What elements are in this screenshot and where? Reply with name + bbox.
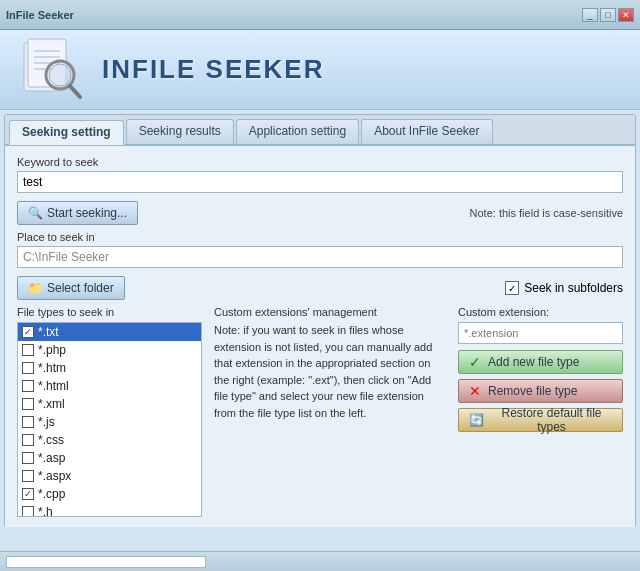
title-bar-buttons: _ □ ✕ [582,8,634,22]
tab-seeking-results[interactable]: Seeking results [126,119,234,144]
file-type-label: *.h [38,505,53,517]
list-item[interactable]: *.html [18,377,201,395]
main-panel: Seeking setting Seeking results Applicat… [4,114,636,527]
place-input[interactable] [17,246,623,268]
file-type-label: *.htm [38,361,66,375]
place-group: Place to seek in [17,231,623,268]
file-type-label: *.html [38,379,69,393]
tab-about[interactable]: About InFile Seeker [361,119,492,144]
app-logo [16,37,86,102]
custom-ext-label: Custom extension: [458,306,623,318]
maximize-button[interactable]: □ [600,8,616,22]
case-sensitive-note: Note: this field is case-sensitive [470,207,623,219]
file-type-checkbox[interactable] [22,362,34,374]
custom-ext-info-col: Custom extensions' management Note: if y… [214,306,446,517]
title-bar-text: InFile Seeker [6,9,74,21]
subfolders-label: Seek in subfolders [524,281,623,295]
list-item[interactable]: *.htm [18,359,201,377]
file-type-label: *.css [38,433,64,447]
file-types-label: File types to seek in [17,306,202,318]
file-type-checkbox[interactable] [22,380,34,392]
file-type-checkbox[interactable] [22,398,34,410]
list-item[interactable]: *.xml [18,395,201,413]
status-bar [0,551,640,571]
restore-icon: 🔄 [469,413,484,427]
list-item[interactable]: *.asp [18,449,201,467]
svg-point-7 [49,64,71,86]
minimize-button[interactable]: _ [582,8,598,22]
list-item[interactable]: *.h [18,503,201,517]
svg-line-8 [70,86,80,97]
file-type-label: *.asp [38,451,65,465]
file-type-list[interactable]: ✓*.txt*.php*.htm*.html*.xml*.js*.css*.as… [17,322,202,517]
folder-icon: 📁 [28,281,43,295]
title-bar: InFile Seeker _ □ ✕ [0,0,640,30]
list-item[interactable]: *.aspx [18,467,201,485]
progress-track [6,556,206,568]
file-type-label: *.js [38,415,55,429]
list-item[interactable]: *.js [18,413,201,431]
file-type-checkbox[interactable]: ✓ [22,488,34,500]
file-type-checkbox[interactable] [22,470,34,482]
list-item[interactable]: *.css [18,431,201,449]
file-type-label: *.aspx [38,469,71,483]
file-type-label: *.cpp [38,487,65,501]
place-label: Place to seek in [17,231,623,243]
tab-bar: Seeking setting Seeking results Applicat… [5,115,635,146]
seek-row: 🔍 Start seeking... Note: this field is c… [17,201,623,225]
custom-ext-input[interactable] [458,322,623,344]
list-item[interactable]: ✓*.cpp [18,485,201,503]
start-seeking-button[interactable]: 🔍 Start seeking... [17,201,138,225]
custom-ext-title: Custom extensions' management [214,306,446,318]
file-type-checkbox[interactable] [22,416,34,428]
keyword-label: Keyword to seek [17,156,623,168]
tab-seeking-setting[interactable]: Seeking setting [9,120,124,145]
keyword-group: Keyword to seek [17,156,623,193]
app-header: INFILE SEEKER [0,30,640,110]
custom-ext-note: Note: if you want to seek in files whose… [214,322,446,421]
list-item[interactable]: ✓*.txt [18,323,201,341]
file-type-label: *.php [38,343,66,357]
subfolders-group: ✓ Seek in subfolders [505,281,623,295]
file-type-checkbox[interactable] [22,434,34,446]
select-folder-button[interactable]: 📁 Select folder [17,276,125,300]
bottom-section: File types to seek in ✓*.txt*.php*.htm*.… [17,306,623,517]
app-title: INFILE SEEKER [102,54,324,85]
file-type-checkbox[interactable] [22,506,34,517]
search-icon: 🔍 [28,206,43,220]
remove-file-type-button[interactable]: ✕ Remove file type [458,379,623,403]
file-type-checkbox[interactable] [22,344,34,356]
file-type-label: *.txt [38,325,59,339]
remove-icon: ✕ [469,383,481,399]
add-file-type-button[interactable]: ✓ Add new file type [458,350,623,374]
file-type-label: *.xml [38,397,65,411]
file-type-checkbox[interactable]: ✓ [22,326,34,338]
folder-row: 📁 Select folder ✓ Seek in subfolders [17,276,623,300]
restore-default-button[interactable]: 🔄 Restore default file types [458,408,623,432]
tab-application-setting[interactable]: Application setting [236,119,359,144]
subfolders-checkbox[interactable]: ✓ [505,281,519,295]
file-type-checkbox[interactable] [22,452,34,464]
keyword-input[interactable] [17,171,623,193]
custom-ext-controls-col: Custom extension: ✓ Add new file type ✕ … [458,306,623,517]
seeking-setting-panel: Keyword to seek 🔍 Start seeking... Note:… [5,146,635,527]
close-button[interactable]: ✕ [618,8,634,22]
list-item[interactable]: *.php [18,341,201,359]
add-icon: ✓ [469,354,481,370]
file-types-col: File types to seek in ✓*.txt*.php*.htm*.… [17,306,202,517]
